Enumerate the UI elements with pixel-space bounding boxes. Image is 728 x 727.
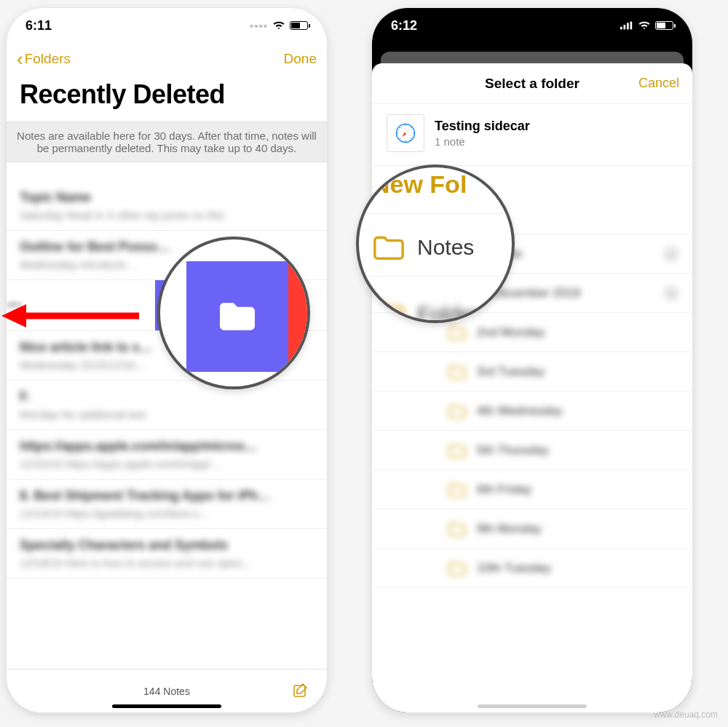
folder-icon bbox=[448, 325, 467, 341]
status-bar: 6:12 bbox=[372, 8, 692, 43]
folder-name: 10th Tuesday bbox=[477, 561, 551, 576]
watermark: www.deuaq.com bbox=[654, 710, 718, 720]
wifi-icon bbox=[638, 20, 651, 32]
folder-item[interactable]: 4th Wednesday bbox=[372, 392, 692, 431]
folder-item[interactable]: 5th Thursday bbox=[372, 431, 692, 470]
chevron-down-icon[interactable]: ⌄ bbox=[663, 246, 679, 262]
sheet-nav: Select a folder Cancel bbox=[372, 63, 692, 104]
done-button[interactable]: Done bbox=[284, 51, 317, 67]
right-screenshot: 6:12 Select a folder Cancel bbox=[371, 7, 693, 713]
folder-icon bbox=[448, 482, 467, 498]
note-count: 1 note bbox=[435, 135, 530, 148]
list-item[interactable]: 8. Best Shipment Tracking Apps for iPh… … bbox=[7, 480, 327, 529]
folder-name: 6th Friday bbox=[477, 482, 532, 497]
folder-item[interactable]: 10th Tuesday bbox=[372, 549, 692, 588]
home-indicator[interactable] bbox=[478, 704, 587, 708]
swipe-arrow-annotation bbox=[0, 301, 143, 330]
svg-rect-4 bbox=[630, 21, 633, 29]
nav-bar: ‹ Folders Done bbox=[7, 43, 327, 75]
folder-icon bbox=[448, 442, 467, 458]
modal-backdrop: Select a folder Cancel Testing sidecar 1… bbox=[372, 43, 692, 712]
folder-icon bbox=[372, 233, 405, 262]
folder-name: 9th Monday bbox=[477, 522, 542, 536]
safari-icon bbox=[395, 122, 416, 144]
battery-icon bbox=[655, 21, 673, 30]
list-item[interactable]: https://apps.apple.com/in/app/micros… 12… bbox=[7, 430, 327, 480]
chevron-left-icon: ‹ bbox=[17, 49, 23, 68]
svg-rect-2 bbox=[624, 25, 626, 29]
folder-icon bbox=[448, 521, 467, 537]
list-item[interactable]: Specially Characters and Symbols 12/18/1… bbox=[7, 529, 327, 579]
folder-name: 3rd Tuesday bbox=[477, 365, 545, 379]
note-thumbnail bbox=[387, 114, 424, 152]
svg-rect-1 bbox=[620, 26, 622, 29]
folder-icon bbox=[214, 293, 261, 340]
page-title: Recently Deleted bbox=[7, 75, 327, 122]
list-item[interactable]: F. Monday No additional text bbox=[7, 381, 327, 430]
folder-icon bbox=[448, 364, 467, 380]
status-bar: 6:11 •••• bbox=[7, 8, 327, 43]
folder-item[interactable]: 3rd Tuesday bbox=[372, 352, 692, 392]
folder-icon bbox=[448, 403, 467, 419]
note-name: Testing sidecar bbox=[435, 119, 530, 134]
back-button[interactable]: ‹ Folders bbox=[17, 49, 71, 68]
status-icons: •••• bbox=[250, 20, 308, 32]
magnifier-notes-folder: New Fol Notes Folder bbox=[356, 164, 515, 323]
wifi-icon bbox=[272, 20, 285, 32]
folder-item[interactable]: 9th Monday bbox=[372, 509, 692, 549]
info-banner: Notes are available here for 30 days. Af… bbox=[7, 122, 327, 162]
home-indicator[interactable] bbox=[112, 704, 221, 708]
cellular-dots-icon: •••• bbox=[250, 20, 268, 32]
folder-name: 4th Wednesday bbox=[477, 404, 563, 418]
compose-icon[interactable] bbox=[292, 682, 309, 699]
notes-folder-label: Notes bbox=[417, 235, 474, 260]
folder-picker-sheet: Select a folder Cancel Testing sidecar 1… bbox=[372, 63, 692, 712]
back-label: Folders bbox=[25, 51, 71, 67]
battery-icon bbox=[290, 21, 308, 30]
folder-name: 5th Thursday bbox=[477, 443, 549, 458]
sheet-title: Select a folder bbox=[485, 76, 579, 92]
cancel-button[interactable]: Cancel bbox=[638, 76, 679, 91]
folder-name: 2nd Monday bbox=[477, 325, 545, 340]
magnifier-move-action bbox=[157, 237, 310, 389]
folder-item[interactable]: 6th Friday bbox=[372, 470, 692, 509]
chevron-down-icon[interactable]: ⌄ bbox=[663, 285, 679, 301]
list-item[interactable]: Topic Name Saturday Read 4–5 other top p… bbox=[7, 181, 327, 231]
folder-icon bbox=[448, 560, 467, 576]
signal-icon bbox=[620, 20, 633, 32]
svg-marker-7 bbox=[1, 304, 26, 327]
status-time: 6:11 bbox=[25, 18, 52, 33]
svg-rect-3 bbox=[627, 23, 629, 29]
status-time: 6:12 bbox=[391, 18, 417, 33]
status-icons bbox=[620, 20, 673, 32]
selected-note-header: Testing sidecar 1 note bbox=[372, 104, 692, 166]
notes-count: 144 Notes bbox=[143, 686, 190, 697]
